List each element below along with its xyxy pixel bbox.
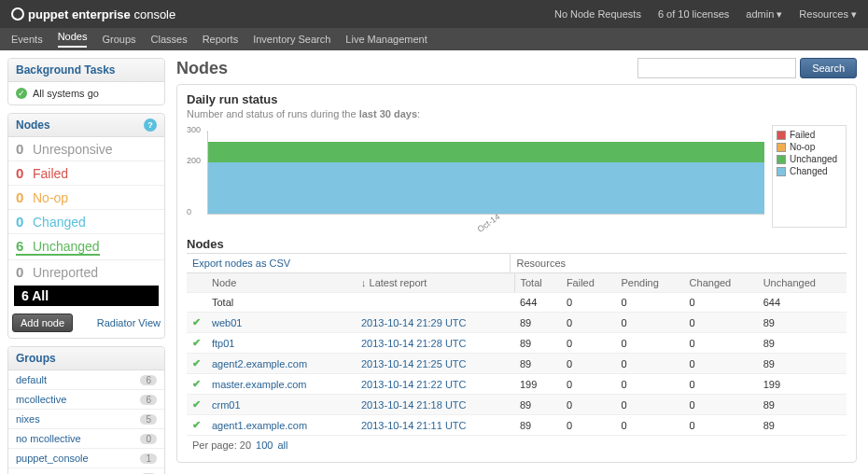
legend-swatch	[777, 167, 786, 176]
group-count-badge: 6	[140, 375, 157, 385]
node-status-unresponsive[interactable]: 0 Unresponsive	[8, 137, 164, 160]
group-count-badge: 5	[140, 414, 157, 425]
daily-run-subtitle: Number and status of runs during the las…	[187, 108, 847, 119]
content-panel: Daily run status Number and status of ru…	[176, 84, 857, 463]
per-page-option[interactable]: all	[278, 439, 288, 451]
nav-item-live-management[interactable]: Live Management	[345, 34, 427, 45]
export-csv-link[interactable]: Export nodes as CSV	[187, 254, 296, 272]
app-header: puppet enterprise console No Node Reques…	[0, 0, 868, 28]
node-status-unchanged[interactable]: 6 Unchanged	[8, 233, 164, 259]
report-link[interactable]: 2013-10-14 21:28 UTC	[361, 338, 467, 349]
node-status-count: 6	[16, 238, 33, 256]
node-link[interactable]: ftp01	[212, 338, 234, 349]
group-row: no mcollective0	[8, 428, 164, 448]
help-icon[interactable]: ?	[144, 118, 157, 132]
col-node[interactable]: Node	[206, 273, 356, 293]
node-status-count: 0	[16, 141, 33, 157]
node-status-label: No-op	[33, 190, 68, 205]
nav-item-reports[interactable]: Reports	[203, 34, 239, 45]
legend-swatch	[777, 155, 786, 164]
per-page-option[interactable]: 100	[256, 439, 273, 451]
check-icon: ✓	[16, 88, 27, 99]
nav-item-groups[interactable]: Groups	[102, 34, 135, 45]
nodes-panel-header: Nodes ?	[8, 114, 164, 137]
legend-label: Unchanged	[790, 154, 837, 164]
report-link[interactable]: 2013-10-14 21:18 UTC	[361, 399, 467, 411]
main-content: Nodes Search Daily run status Number and…	[173, 50, 868, 474]
chevron-down-icon: ▾	[851, 8, 857, 20]
node-status-label: Unresponsive	[33, 142, 113, 157]
col-latest-report[interactable]: ↓ Latest report	[356, 273, 514, 293]
nodes-panel-title: Nodes	[16, 118, 50, 132]
nav-item-classes[interactable]: Classes	[151, 34, 188, 45]
header-right: No Node Requests 6 of 10 licenses admin …	[554, 8, 857, 21]
node-status-count: 0	[16, 264, 33, 280]
group-count-badge: 0	[140, 434, 157, 444]
table-row: ✔agent1.example.com2013-10-14 21:11 UTC8…	[187, 415, 847, 436]
nav-item-inventory-search[interactable]: Inventory Search	[253, 34, 330, 45]
report-link[interactable]: 2013-10-14 21:25 UTC	[361, 358, 467, 369]
group-link-mcollective[interactable]: mcollective	[16, 394, 66, 405]
report-link[interactable]: 2013-10-14 21:11 UTC	[361, 420, 467, 431]
node-link[interactable]: master.example.com	[212, 379, 306, 390]
licenses-link[interactable]: 6 of 10 licenses	[658, 8, 729, 21]
report-link[interactable]: 2013-10-14 21:29 UTC	[361, 317, 467, 328]
groups-panel: Groups default6mcollective6nixes5no mcol…	[7, 346, 165, 474]
per-page-label: Per page:	[192, 439, 237, 451]
total-label: Total	[206, 293, 356, 313]
table-total-row: Total644000644	[187, 293, 847, 313]
daily-run-chart: 300 200 0 Oct-14	[187, 125, 764, 228]
radiator-view-link[interactable]: Radiator View	[97, 317, 161, 328]
table-row: ✔crm012013-10-14 21:18 UTC8900089	[187, 395, 847, 415]
node-link[interactable]: crm01	[212, 399, 241, 411]
chevron-down-icon: ▾	[777, 8, 782, 20]
table-footer: Per page: 20 100 all	[187, 436, 847, 454]
group-row: puppet_master1	[8, 467, 164, 474]
group-row: default6	[8, 370, 164, 389]
logo-light: console	[133, 7, 175, 21]
search-button[interactable]: Search	[800, 58, 857, 78]
search-input[interactable]	[637, 58, 796, 78]
y-tick: 200	[187, 156, 201, 165]
search-form: Search	[637, 58, 857, 78]
col-unchanged[interactable]: Unchanged	[758, 273, 847, 293]
node-link[interactable]: web01	[212, 317, 242, 328]
node-status-changed[interactable]: 0 Changed	[8, 209, 164, 233]
nodes-table-title: Nodes	[187, 237, 847, 251]
node-status-unreported[interactable]: 0 Unreported	[8, 259, 164, 284]
node-status-no-op[interactable]: 0 No-op	[8, 185, 164, 209]
group-link-default[interactable]: default	[16, 374, 47, 385]
col-pending[interactable]: Pending	[615, 273, 683, 293]
group-count-badge: 1	[140, 453, 157, 464]
node-status-label: Failed	[33, 166, 68, 181]
node-link[interactable]: agent2.example.com	[212, 358, 307, 369]
nodes-table: Node↓ Latest reportTotalFailedPendingCha…	[187, 272, 847, 436]
node-status-label: Unreported	[33, 265, 98, 280]
nodes-all-row[interactable]: 6 All	[14, 286, 159, 306]
main-nav: EventsNodesGroupsClassesReportsInventory…	[0, 28, 868, 50]
node-link[interactable]: agent1.example.com	[212, 420, 307, 431]
node-status-failed[interactable]: 0 Failed	[8, 160, 164, 185]
legend-label: No-op	[790, 142, 815, 152]
col-total[interactable]: Total	[514, 273, 561, 293]
background-tasks-header: Background Tasks	[8, 59, 164, 82]
resources-menu[interactable]: Resources ▾	[799, 8, 857, 21]
nav-item-events[interactable]: Events	[11, 34, 43, 45]
col-changed[interactable]: Changed	[684, 273, 758, 293]
group-row: mcollective6	[8, 389, 164, 409]
bar-changed	[208, 162, 764, 214]
check-icon: ✔	[192, 398, 201, 410]
nav-item-nodes[interactable]: Nodes	[58, 31, 88, 48]
table-row: ✔master.example.com2013-10-14 21:22 UTC1…	[187, 374, 847, 395]
group-link-no mcollective[interactable]: no mcollective	[16, 433, 81, 444]
check-icon: ✔	[192, 357, 201, 369]
report-link[interactable]: 2013-10-14 21:22 UTC	[361, 379, 467, 390]
no-node-requests-link[interactable]: No Node Requests	[554, 8, 641, 21]
admin-menu[interactable]: admin ▾	[746, 8, 782, 21]
logo-icon	[11, 7, 24, 21]
add-node-button[interactable]: Add node	[12, 314, 73, 332]
group-link-puppet_console[interactable]: puppet_console	[16, 453, 89, 464]
group-row: nixes5	[8, 409, 164, 428]
group-link-nixes[interactable]: nixes	[16, 413, 40, 425]
col-failed[interactable]: Failed	[561, 273, 616, 293]
